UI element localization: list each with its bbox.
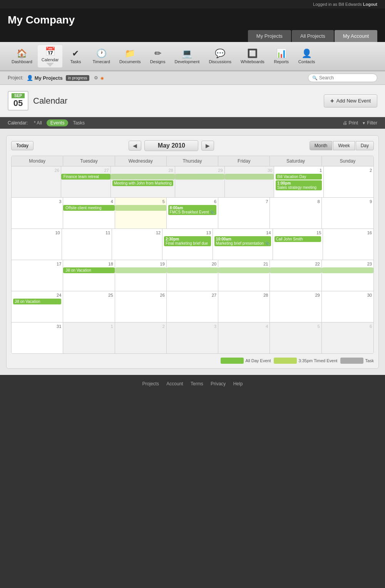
subnav-dashboard[interactable]: 🏠 Dashboard bbox=[8, 47, 36, 66]
cal-cell: 15 Call John Smith bbox=[273, 229, 323, 260]
event-offsite[interactable]: Offsite client meeting bbox=[63, 205, 114, 211]
subnav-timecard[interactable]: 🕐 Timecard bbox=[89, 47, 114, 66]
event-finance-cont3[interactable] bbox=[225, 174, 274, 180]
cal-cell: 13 2:30pmFinal marketing brief due bbox=[162, 229, 213, 260]
calendar-wrap: Today ◀ May 2010 ▶ Month Week Day Monday… bbox=[6, 135, 379, 369]
subnav-reports[interactable]: 📊 Reports bbox=[270, 47, 293, 66]
cal-cell: 28 Meeting with John from Marketing bbox=[111, 166, 175, 197]
event-john-marketing[interactable]: Meeting with John from Marketing bbox=[112, 180, 173, 186]
legend-timed: 3:35pm Timed Event bbox=[274, 358, 337, 364]
event-jill-vacation-cont3[interactable] bbox=[218, 267, 270, 273]
footer-help[interactable]: Help bbox=[233, 381, 243, 386]
search-box[interactable] bbox=[308, 74, 377, 82]
plus-icon bbox=[330, 97, 334, 104]
subnav-designs-label: Designs bbox=[150, 59, 166, 64]
logout-link[interactable]: Logout bbox=[363, 2, 377, 7]
today-button[interactable]: Today bbox=[11, 141, 33, 150]
event-jill-vacation-24[interactable]: Jill on Vacation bbox=[13, 299, 61, 304]
footer-privacy[interactable]: Privacy bbox=[211, 381, 226, 386]
cal-days-header: Monday Tuesday Wednesday Thursday Friday… bbox=[12, 156, 373, 166]
subnav-documents[interactable]: 📁 Documents bbox=[116, 47, 145, 66]
nav-all-projects[interactable]: All Projects bbox=[292, 30, 334, 42]
rss-icon[interactable] bbox=[100, 75, 104, 81]
subnav-contacts[interactable]: 👤 Contacts bbox=[295, 47, 319, 66]
calendar-header: SEP 05 Calendar Add New Event bbox=[0, 85, 385, 117]
event-marketing-brief[interactable]: 2:30pmFinal marketing brief due bbox=[164, 236, 211, 246]
nav-my-account[interactable]: My Account bbox=[335, 30, 377, 42]
event-jill-vacation-cont2[interactable] bbox=[167, 267, 218, 273]
filter-button[interactable]: Filter bbox=[362, 120, 377, 126]
event-marketing-presentation[interactable]: 10:00amMarketing brief presentation 📎 bbox=[214, 236, 271, 246]
header-thursday: Thursday bbox=[167, 156, 218, 166]
legend-allday-box bbox=[221, 358, 244, 364]
subnav-whiteboards-label: Whiteboards bbox=[241, 59, 264, 64]
print-button[interactable]: Print bbox=[343, 120, 358, 126]
next-month-button[interactable]: ▶ bbox=[201, 141, 214, 151]
event-jill-vacation-cont[interactable] bbox=[115, 267, 166, 273]
subnav-calendar[interactable]: 📅 Calendar bbox=[38, 45, 63, 67]
event-call-john[interactable]: Call John Smith bbox=[275, 236, 321, 242]
cal-cell: 21 bbox=[218, 260, 270, 291]
filter-tasks[interactable]: Tasks bbox=[70, 119, 87, 126]
event-sales-strategy[interactable]: 1:00pmSales strategy meeting bbox=[276, 180, 322, 190]
header-monday: Monday bbox=[12, 156, 63, 166]
view-month[interactable]: Month bbox=[310, 141, 332, 150]
cal-cell: 6 bbox=[322, 323, 373, 353]
event-finance-cont2[interactable] bbox=[175, 174, 224, 180]
cal-legend: All Day Event 3:35pm Timed Event Task bbox=[11, 358, 374, 364]
event-jill-vacation[interactable]: Jill on Vacation bbox=[63, 267, 114, 273]
event-jill-vacation-cont5[interactable] bbox=[322, 267, 373, 273]
footer-account[interactable]: Account bbox=[166, 381, 183, 386]
cal-cell: 27 Finance team retreat bbox=[61, 166, 111, 197]
legend-task-box bbox=[340, 358, 363, 364]
view-week[interactable]: Week bbox=[333, 141, 355, 150]
add-event-button[interactable]: Add New Event bbox=[324, 94, 377, 108]
cal-view-buttons: Month Week Day bbox=[310, 141, 374, 150]
filter-all[interactable]: * All bbox=[32, 119, 44, 126]
calendar-date-icon: SEP 05 bbox=[8, 91, 28, 111]
event-jill-vacation-cont4[interactable] bbox=[270, 267, 321, 273]
legend-allday: All Day Event bbox=[221, 358, 271, 364]
main-nav: My Projects All Projects My Account bbox=[8, 30, 377, 42]
cal-cell: 3 bbox=[12, 198, 63, 228]
cal-cell: 10 bbox=[12, 229, 62, 260]
cal-toolbar-right: Print Filter bbox=[343, 120, 377, 126]
event-finance-retreat[interactable]: Finance team retreat bbox=[61, 174, 110, 180]
cal-cell: 1 bbox=[63, 323, 115, 353]
subnav-tasks-label: Tasks bbox=[70, 59, 81, 64]
footer-projects[interactable]: Projects bbox=[142, 381, 159, 386]
cal-icon-day: 05 bbox=[12, 98, 25, 108]
cal-cell: 9 bbox=[322, 198, 373, 228]
documents-icon: 📁 bbox=[125, 49, 135, 59]
prev-month-button[interactable]: ◀ bbox=[129, 141, 141, 151]
cal-cell: 11 bbox=[62, 229, 112, 260]
search-input[interactable] bbox=[319, 75, 373, 81]
tasks-icon: ✔ bbox=[72, 49, 79, 59]
subnav-development[interactable]: 💻 Development bbox=[171, 47, 204, 66]
settings-icon[interactable] bbox=[94, 75, 98, 81]
event-offsite-cont[interactable] bbox=[115, 205, 166, 211]
print-icon bbox=[343, 120, 347, 126]
subnav-dashboard-label: Dashboard bbox=[12, 59, 32, 64]
logged-in-text: Logged in as Bill Edwards bbox=[313, 2, 362, 7]
people-icon bbox=[27, 75, 33, 81]
cal-week-6: 31 1 2 3 4 5 6 bbox=[12, 323, 373, 353]
event-bill-vacation[interactable]: Bill Vacation Day bbox=[276, 174, 322, 180]
view-day[interactable]: Day bbox=[356, 141, 374, 150]
subnav-tasks[interactable]: ✔ Tasks bbox=[64, 47, 87, 66]
timecard-icon: 🕐 bbox=[96, 49, 107, 59]
footer-terms[interactable]: Terms bbox=[191, 381, 203, 386]
development-icon: 💻 bbox=[182, 49, 192, 59]
cal-week-2: 3 4 Offsite client meeting 5 6 8:00amFMC… bbox=[12, 198, 373, 229]
contacts-icon: 👤 bbox=[301, 49, 312, 59]
project-status: in progress bbox=[66, 75, 89, 81]
reports-icon: 📊 bbox=[276, 49, 286, 59]
nav-my-projects[interactable]: My Projects bbox=[248, 30, 291, 42]
event-fmcs[interactable]: 8:00amFMCS Breakfast Event 📎 bbox=[168, 205, 216, 215]
subnav-designs[interactable]: ✏ Designs bbox=[146, 47, 169, 66]
event-finance-cont[interactable] bbox=[111, 174, 175, 180]
subnav-whiteboards[interactable]: 🔲 Whiteboards bbox=[237, 47, 268, 66]
cal-cell: 29 bbox=[270, 291, 321, 322]
subnav-discussions[interactable]: 💬 Discussions bbox=[205, 47, 235, 66]
filter-events[interactable]: Events bbox=[47, 119, 69, 126]
